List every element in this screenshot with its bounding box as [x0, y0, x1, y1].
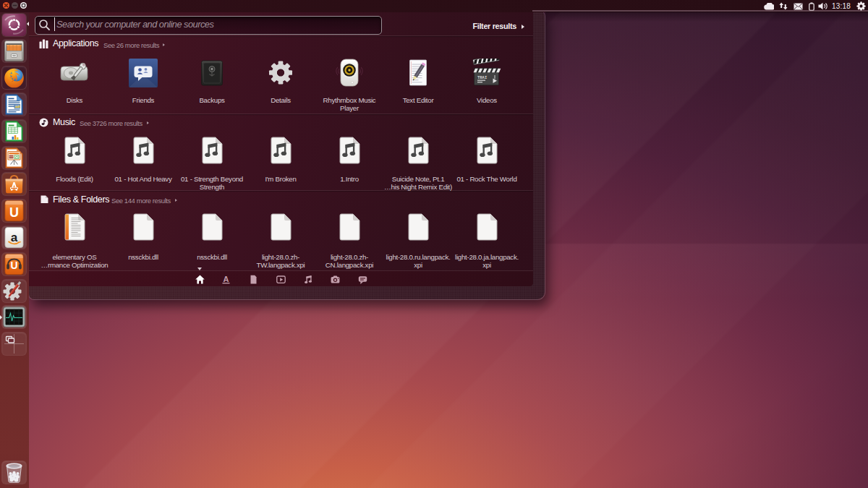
svg-text:U: U	[10, 260, 17, 271]
svg-text:a: a	[11, 230, 18, 244]
svg-text:TRAI: TRAI	[477, 75, 487, 80]
svg-text:U: U	[9, 205, 19, 220]
svg-text:A: A	[223, 275, 229, 283]
